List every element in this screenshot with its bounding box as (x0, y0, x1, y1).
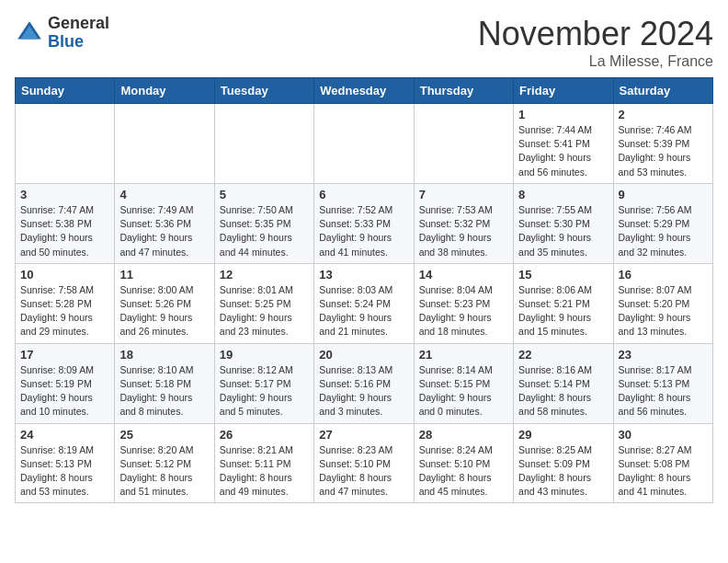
calendar-cell: 5Sunrise: 7:50 AM Sunset: 5:35 PM Daylig… (214, 183, 313, 263)
day-info: Sunrise: 8:13 AM Sunset: 5:16 PM Dayligh… (319, 363, 408, 419)
calendar-cell: 22Sunrise: 8:16 AM Sunset: 5:14 PM Dayli… (514, 343, 613, 423)
weekday-header: Saturday (613, 78, 712, 104)
day-number: 3 (20, 188, 109, 201)
calendar-cell: 2Sunrise: 7:46 AM Sunset: 5:39 PM Daylig… (613, 104, 712, 184)
day-info: Sunrise: 8:06 AM Sunset: 5:21 PM Dayligh… (518, 283, 608, 339)
calendar-cell: 6Sunrise: 7:52 AM Sunset: 5:33 PM Daylig… (314, 183, 414, 263)
day-number: 12 (220, 268, 309, 282)
day-number: 15 (518, 268, 608, 282)
logo: General Blue (15, 15, 109, 52)
day-number: 28 (419, 428, 508, 442)
calendar-cell: 15Sunrise: 8:06 AM Sunset: 5:21 PM Dayli… (514, 263, 613, 343)
day-info: Sunrise: 7:58 AM Sunset: 5:28 PM Dayligh… (20, 283, 109, 339)
weekday-header: Tuesday (214, 78, 313, 104)
calendar-table: SundayMondayTuesdayWednesdayThursdayFrid… (15, 77, 713, 503)
weekday-header: Thursday (414, 78, 513, 104)
calendar-cell: 12Sunrise: 8:01 AM Sunset: 5:25 PM Dayli… (214, 263, 313, 343)
day-number: 5 (220, 188, 309, 201)
calendar-cell: 24Sunrise: 8:19 AM Sunset: 5:13 PM Dayli… (16, 423, 115, 503)
day-number: 1 (518, 108, 608, 121)
calendar-cell: 21Sunrise: 8:14 AM Sunset: 5:15 PM Dayli… (414, 343, 513, 423)
calendar-cell (16, 104, 115, 184)
day-info: Sunrise: 8:04 AM Sunset: 5:23 PM Dayligh… (419, 283, 508, 339)
day-info: Sunrise: 8:12 AM Sunset: 5:17 PM Dayligh… (220, 363, 309, 419)
calendar-week-row: 1Sunrise: 7:44 AM Sunset: 5:41 PM Daylig… (16, 104, 713, 184)
day-number: 20 (319, 348, 408, 362)
calendar-cell (214, 104, 313, 184)
calendar-week-row: 17Sunrise: 8:09 AM Sunset: 5:19 PM Dayli… (16, 343, 713, 423)
day-info: Sunrise: 8:17 AM Sunset: 5:13 PM Dayligh… (619, 363, 708, 419)
day-info: Sunrise: 8:03 AM Sunset: 5:24 PM Dayligh… (319, 283, 408, 339)
day-info: Sunrise: 8:16 AM Sunset: 5:14 PM Dayligh… (518, 363, 608, 419)
day-number: 4 (119, 188, 209, 201)
logo-blue: Blue (48, 33, 109, 52)
calendar-cell: 1Sunrise: 7:44 AM Sunset: 5:41 PM Daylig… (514, 104, 613, 184)
day-number: 19 (220, 348, 309, 362)
day-info: Sunrise: 7:44 AM Sunset: 5:41 PM Dayligh… (518, 123, 608, 179)
calendar-cell: 19Sunrise: 8:12 AM Sunset: 5:17 PM Dayli… (214, 343, 313, 423)
day-info: Sunrise: 8:23 AM Sunset: 5:10 PM Dayligh… (319, 443, 408, 500)
weekday-header: Friday (514, 78, 613, 104)
day-number: 21 (419, 348, 508, 362)
day-info: Sunrise: 8:09 AM Sunset: 5:19 PM Dayligh… (20, 363, 109, 419)
day-info: Sunrise: 7:50 AM Sunset: 5:35 PM Dayligh… (220, 203, 309, 259)
calendar-cell (115, 104, 214, 184)
day-number: 7 (419, 188, 508, 201)
day-number: 22 (518, 348, 608, 362)
day-info: Sunrise: 7:55 AM Sunset: 5:30 PM Dayligh… (518, 203, 608, 259)
calendar-cell: 18Sunrise: 8:10 AM Sunset: 5:18 PM Dayli… (115, 343, 214, 423)
day-info: Sunrise: 7:53 AM Sunset: 5:32 PM Dayligh… (419, 203, 508, 259)
weekday-header: Sunday (16, 78, 115, 104)
weekday-header: Monday (115, 78, 214, 104)
day-number: 18 (119, 348, 209, 362)
day-info: Sunrise: 8:20 AM Sunset: 5:12 PM Dayligh… (119, 443, 209, 500)
calendar-cell: 13Sunrise: 8:03 AM Sunset: 5:24 PM Dayli… (314, 263, 414, 343)
day-number: 10 (20, 268, 109, 282)
day-info: Sunrise: 8:25 AM Sunset: 5:09 PM Dayligh… (518, 443, 608, 500)
day-number: 27 (319, 428, 408, 442)
calendar-cell: 10Sunrise: 7:58 AM Sunset: 5:28 PM Dayli… (16, 263, 115, 343)
calendar-cell: 16Sunrise: 8:07 AM Sunset: 5:20 PM Dayli… (613, 263, 712, 343)
day-number: 2 (619, 108, 708, 121)
day-number: 9 (619, 188, 708, 201)
location: La Milesse, France (478, 53, 713, 70)
day-number: 30 (619, 428, 708, 442)
title-block: November 2024 La Milesse, France (478, 15, 713, 70)
day-info: Sunrise: 8:21 AM Sunset: 5:11 PM Dayligh… (220, 443, 309, 500)
calendar-cell: 20Sunrise: 8:13 AM Sunset: 5:16 PM Dayli… (314, 343, 414, 423)
day-info: Sunrise: 8:24 AM Sunset: 5:10 PM Dayligh… (419, 443, 508, 500)
day-number: 8 (518, 188, 608, 201)
month-title: November 2024 (478, 15, 713, 53)
day-number: 16 (619, 268, 708, 282)
day-info: Sunrise: 8:01 AM Sunset: 5:25 PM Dayligh… (220, 283, 309, 339)
calendar-cell: 4Sunrise: 7:49 AM Sunset: 5:36 PM Daylig… (115, 183, 214, 263)
weekday-header: Wednesday (314, 78, 414, 104)
day-info: Sunrise: 7:47 AM Sunset: 5:38 PM Dayligh… (20, 203, 109, 259)
calendar-cell: 11Sunrise: 8:00 AM Sunset: 5:26 PM Dayli… (115, 263, 214, 343)
day-number: 17 (20, 348, 109, 362)
calendar-cell: 26Sunrise: 8:21 AM Sunset: 5:11 PM Dayli… (214, 423, 313, 503)
day-info: Sunrise: 8:10 AM Sunset: 5:18 PM Dayligh… (119, 363, 209, 419)
calendar-week-row: 10Sunrise: 7:58 AM Sunset: 5:28 PM Dayli… (16, 263, 713, 343)
calendar-cell: 23Sunrise: 8:17 AM Sunset: 5:13 PM Dayli… (613, 343, 712, 423)
day-number: 14 (419, 268, 508, 282)
calendar-cell (414, 104, 513, 184)
calendar-cell (314, 104, 414, 184)
day-info: Sunrise: 8:07 AM Sunset: 5:20 PM Dayligh… (619, 283, 708, 339)
logo-general: General (48, 15, 109, 33)
day-number: 11 (119, 268, 209, 282)
calendar-cell: 30Sunrise: 8:27 AM Sunset: 5:08 PM Dayli… (613, 423, 712, 503)
day-info: Sunrise: 7:52 AM Sunset: 5:33 PM Dayligh… (319, 203, 408, 259)
calendar-week-row: 24Sunrise: 8:19 AM Sunset: 5:13 PM Dayli… (16, 423, 713, 503)
day-info: Sunrise: 8:00 AM Sunset: 5:26 PM Dayligh… (119, 283, 209, 339)
calendar-cell: 25Sunrise: 8:20 AM Sunset: 5:12 PM Dayli… (115, 423, 214, 503)
calendar-cell: 29Sunrise: 8:25 AM Sunset: 5:09 PM Dayli… (514, 423, 613, 503)
day-number: 29 (518, 428, 608, 442)
day-number: 13 (319, 268, 408, 282)
day-number: 23 (619, 348, 708, 362)
day-info: Sunrise: 8:19 AM Sunset: 5:13 PM Dayligh… (20, 443, 109, 500)
day-info: Sunrise: 7:56 AM Sunset: 5:29 PM Dayligh… (619, 203, 708, 259)
day-info: Sunrise: 7:46 AM Sunset: 5:39 PM Dayligh… (619, 123, 708, 179)
day-info: Sunrise: 8:14 AM Sunset: 5:15 PM Dayligh… (419, 363, 508, 419)
day-number: 25 (119, 428, 209, 442)
